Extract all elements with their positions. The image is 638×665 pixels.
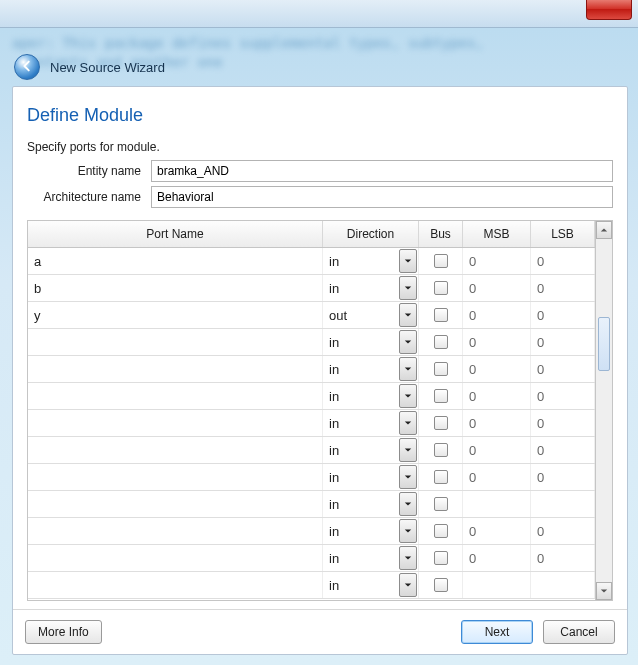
direction-dropdown-button[interactable] [399, 411, 417, 435]
direction-dropdown-button[interactable] [399, 384, 417, 408]
port-name-input[interactable] [28, 384, 322, 409]
lsb-cell[interactable]: 0 [531, 389, 594, 404]
table-scrollbar[interactable] [595, 221, 613, 600]
msb-cell[interactable]: 0 [463, 254, 530, 269]
chevron-down-icon [404, 416, 412, 430]
table-row: in00 [28, 545, 595, 572]
entity-name-input[interactable] [151, 160, 613, 182]
lsb-cell[interactable]: 0 [531, 416, 594, 431]
table-row: in00 [28, 329, 595, 356]
next-button[interactable]: Next [461, 620, 533, 644]
scroll-thumb[interactable] [598, 317, 610, 371]
port-name-input[interactable] [28, 492, 322, 517]
msb-cell[interactable]: 0 [463, 524, 530, 539]
direction-value: out [323, 308, 399, 323]
msb-cell[interactable]: 0 [463, 362, 530, 377]
bus-checkbox[interactable] [434, 389, 448, 403]
port-name-input[interactable] [28, 573, 322, 598]
lsb-cell[interactable]: 0 [531, 254, 594, 269]
direction-value: in [323, 470, 399, 485]
bus-checkbox[interactable] [434, 497, 448, 511]
back-arrow-icon [20, 59, 34, 76]
wizard-title: New Source Wizard [50, 60, 165, 75]
bus-checkbox[interactable] [434, 443, 448, 457]
scroll-down-button[interactable] [596, 582, 612, 600]
architecture-name-label: Architecture name [27, 190, 145, 204]
scroll-up-button[interactable] [596, 221, 612, 239]
table-row: in00 [28, 518, 595, 545]
bus-checkbox[interactable] [434, 416, 448, 430]
direction-dropdown-button[interactable] [399, 519, 417, 543]
direction-dropdown-button[interactable] [399, 546, 417, 570]
direction-dropdown-button[interactable] [399, 492, 417, 516]
col-header-bus[interactable]: Bus [419, 221, 463, 248]
direction-dropdown-button[interactable] [399, 357, 417, 381]
port-name-input[interactable] [28, 357, 322, 382]
direction-value: in [323, 281, 399, 296]
direction-dropdown-button[interactable] [399, 303, 417, 327]
bus-checkbox[interactable] [434, 308, 448, 322]
port-name-input[interactable] [28, 249, 322, 274]
port-name-input[interactable] [28, 330, 322, 355]
chevron-down-icon [404, 578, 412, 592]
back-button[interactable] [14, 54, 40, 80]
chevron-down-icon [404, 470, 412, 484]
port-name-input[interactable] [28, 276, 322, 301]
bus-checkbox[interactable] [434, 470, 448, 484]
lsb-cell[interactable]: 0 [531, 308, 594, 323]
table-row: in00 [28, 275, 595, 302]
chevron-up-icon [600, 223, 608, 237]
bus-checkbox[interactable] [434, 551, 448, 565]
titlebar [0, 0, 638, 28]
msb-cell[interactable]: 0 [463, 551, 530, 566]
bus-checkbox[interactable] [434, 335, 448, 349]
direction-value: in [323, 443, 399, 458]
bus-checkbox[interactable] [434, 254, 448, 268]
direction-dropdown-button[interactable] [399, 573, 417, 597]
lsb-cell[interactable]: 0 [531, 524, 594, 539]
chevron-down-icon [404, 389, 412, 403]
bus-checkbox[interactable] [434, 578, 448, 592]
msb-cell[interactable]: 0 [463, 443, 530, 458]
table-row: in00 [28, 356, 595, 383]
col-header-port[interactable]: Port Name [28, 221, 323, 248]
window-close-button[interactable] [586, 0, 632, 20]
col-header-lsb[interactable]: LSB [531, 221, 595, 248]
msb-cell[interactable]: 0 [463, 470, 530, 485]
wizard-footer: More Info Next Cancel [13, 609, 627, 654]
col-header-msb[interactable]: MSB [463, 221, 531, 248]
entity-name-label: Entity name [27, 164, 145, 178]
col-header-direction[interactable]: Direction [323, 221, 419, 248]
msb-cell[interactable]: 0 [463, 281, 530, 296]
direction-value: in [323, 578, 399, 593]
more-info-button[interactable]: More Info [25, 620, 102, 644]
port-name-input[interactable] [28, 438, 322, 463]
port-name-input[interactable] [28, 519, 322, 544]
lsb-cell[interactable]: 0 [531, 470, 594, 485]
cancel-button[interactable]: Cancel [543, 620, 615, 644]
port-name-input[interactable] [28, 303, 322, 328]
lsb-cell[interactable]: 0 [531, 362, 594, 377]
architecture-name-input[interactable] [151, 186, 613, 208]
bus-checkbox[interactable] [434, 281, 448, 295]
direction-dropdown-button[interactable] [399, 249, 417, 273]
direction-dropdown-button[interactable] [399, 438, 417, 462]
lsb-cell[interactable]: 0 [531, 443, 594, 458]
lsb-cell[interactable]: 0 [531, 551, 594, 566]
direction-dropdown-button[interactable] [399, 276, 417, 300]
chevron-down-icon [404, 308, 412, 322]
port-name-input[interactable] [28, 546, 322, 571]
port-name-input[interactable] [28, 465, 322, 490]
msb-cell[interactable]: 0 [463, 389, 530, 404]
direction-dropdown-button[interactable] [399, 330, 417, 354]
table-row: in00 [28, 383, 595, 410]
msb-cell[interactable]: 0 [463, 335, 530, 350]
port-name-input[interactable] [28, 411, 322, 436]
lsb-cell[interactable]: 0 [531, 281, 594, 296]
msb-cell[interactable]: 0 [463, 308, 530, 323]
bus-checkbox[interactable] [434, 524, 448, 538]
bus-checkbox[interactable] [434, 362, 448, 376]
msb-cell[interactable]: 0 [463, 416, 530, 431]
direction-dropdown-button[interactable] [399, 465, 417, 489]
lsb-cell[interactable]: 0 [531, 335, 594, 350]
